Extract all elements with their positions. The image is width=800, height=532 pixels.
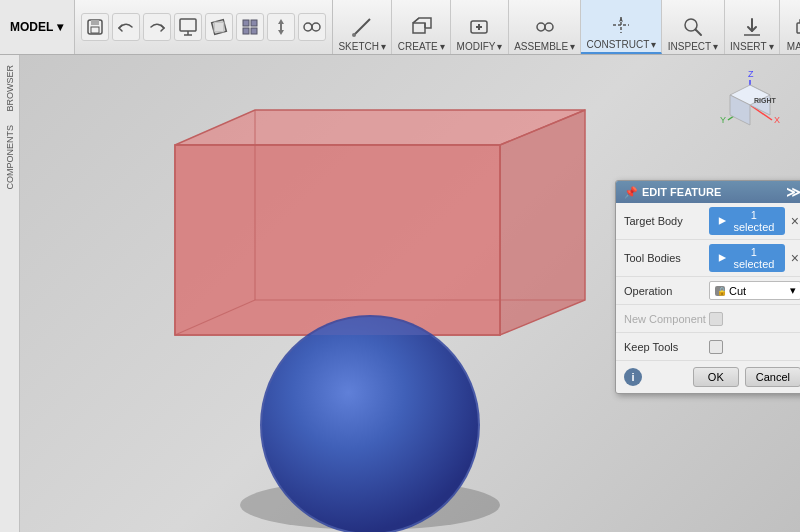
- display-icon[interactable]: [174, 13, 202, 41]
- edit-feature-header: 📌 EDIT FEATURE ≫: [616, 181, 800, 203]
- construct-label: CONSTRUCT: [586, 39, 649, 50]
- svg-rect-2: [91, 27, 99, 33]
- ok-button[interactable]: OK: [693, 367, 739, 387]
- target-body-value: 1 selected: [731, 209, 777, 233]
- svg-rect-11: [251, 28, 257, 34]
- svg-rect-3: [180, 19, 196, 31]
- assemble-menu[interactable]: ASSEMBLE ▾: [509, 0, 581, 54]
- svg-text:Z: Z: [748, 69, 754, 79]
- browser-panel-btn[interactable]: BROWSER: [2, 60, 18, 117]
- svg-marker-52: [719, 254, 726, 261]
- svg-point-24: [537, 23, 545, 31]
- svg-line-30: [695, 30, 701, 36]
- undo-icon[interactable]: [112, 13, 140, 41]
- navcube[interactable]: Z X Y RIGHT: [710, 65, 790, 145]
- sketch-arrow: ▾: [381, 41, 386, 52]
- target-body-clear-btn[interactable]: ×: [789, 214, 800, 228]
- box-right-face: [500, 110, 585, 335]
- target-body-row: Target Body 1 selected ×: [616, 203, 800, 240]
- svg-text:X: X: [774, 115, 780, 125]
- edit-feature-panel: 📌 EDIT FEATURE ≫ Target Body 1 selected …: [615, 180, 800, 394]
- edit-feature-footer: i OK Cancel: [616, 361, 800, 393]
- edit-feature-pin-icon: 📌: [624, 186, 638, 199]
- toolbar-groups: SKETCH ▾ CREATE ▾ MODIFY ▾: [333, 0, 800, 54]
- svg-rect-9: [251, 20, 257, 26]
- svg-rect-10: [243, 28, 249, 34]
- make-label: MAKE: [787, 41, 800, 52]
- operation-row: Operation 🔒 Cut ▾: [616, 277, 800, 305]
- new-component-checkbox[interactable]: [709, 312, 723, 326]
- svg-rect-1: [91, 20, 99, 25]
- svg-point-25: [545, 23, 553, 31]
- svg-line-16: [354, 19, 370, 35]
- create-menu[interactable]: CREATE ▾: [392, 0, 451, 54]
- assemble-label: ASSEMBLE: [514, 41, 568, 52]
- cancel-button[interactable]: Cancel: [745, 367, 800, 387]
- insert-menu[interactable]: INSERT ▾: [725, 0, 780, 54]
- model-arrow: ▾: [57, 20, 63, 34]
- modify-label: MODIFY: [457, 41, 496, 52]
- make-menu[interactable]: MAKE ▾: [780, 0, 800, 54]
- viewport: Z X Y RIGHT 📌 EDIT FEATURE ≫: [20, 55, 800, 532]
- edit-feature-title: EDIT FEATURE: [642, 186, 721, 198]
- svg-rect-18: [413, 23, 425, 33]
- tool-bodies-value: 1 selected: [731, 246, 777, 270]
- create-arrow: ▾: [440, 41, 445, 52]
- inspect-menu[interactable]: INSPECT ▾: [662, 0, 724, 54]
- sketch-menu[interactable]: SKETCH ▾: [333, 0, 392, 54]
- svg-marker-51: [719, 217, 726, 224]
- target-body-label: Target Body: [624, 215, 709, 227]
- new-component-row: New Component: [616, 305, 800, 333]
- insert-arrow: ▾: [769, 41, 774, 52]
- keep-tools-checkbox[interactable]: [709, 340, 723, 354]
- box-front-face: [175, 145, 500, 335]
- operation-dropdown-arrow: ▾: [790, 284, 796, 297]
- tool-bodies-row: Tool Bodies 1 selected ×: [616, 240, 800, 277]
- grid-icon[interactable]: [236, 13, 264, 41]
- svg-point-13: [304, 23, 312, 31]
- inspect-label: INSPECT: [668, 41, 711, 52]
- model-label: MODEL: [10, 20, 53, 34]
- edit-feature-info-btn[interactable]: i: [624, 368, 642, 386]
- svg-marker-12: [278, 19, 284, 35]
- svg-text:🔒: 🔒: [717, 286, 726, 296]
- svg-rect-7: [214, 22, 224, 32]
- tool-bodies-select-btn[interactable]: 1 selected: [709, 244, 785, 272]
- create-label: CREATE: [398, 41, 438, 52]
- target-body-select-btn[interactable]: 1 selected: [709, 207, 785, 235]
- navcube-face-label: RIGHT: [754, 97, 777, 104]
- operation-label: Operation: [624, 285, 709, 297]
- construct-arrow: ▾: [651, 39, 656, 50]
- operation-dropdown[interactable]: 🔒 Cut ▾: [709, 281, 800, 300]
- modify-arrow: ▾: [497, 41, 502, 52]
- svg-rect-8: [243, 20, 249, 26]
- joint-icon[interactable]: [298, 13, 326, 41]
- construct-menu[interactable]: CONSTRUCT ▾: [581, 0, 662, 54]
- inspect-arrow: ▾: [713, 41, 718, 52]
- tool-bodies-label: Tool Bodies: [624, 252, 709, 264]
- edit-feature-close-btn[interactable]: ≫: [786, 185, 800, 199]
- sketch-label: SKETCH: [338, 41, 379, 52]
- model-button[interactable]: MODEL ▾: [0, 0, 75, 54]
- insert-label: INSERT: [730, 41, 767, 52]
- toolbar: MODEL ▾: [0, 0, 800, 55]
- assemble-arrow: ▾: [570, 41, 575, 52]
- redo-icon[interactable]: [143, 13, 171, 41]
- components-panel-btn[interactable]: COMPONENTS: [2, 120, 18, 195]
- view3d-icon[interactable]: [205, 13, 233, 41]
- svg-marker-28: [619, 17, 623, 22]
- keep-tools-row: Keep Tools: [616, 333, 800, 361]
- keep-tools-label: Keep Tools: [624, 341, 709, 353]
- operation-value: Cut: [729, 285, 746, 297]
- svg-text:Y: Y: [720, 115, 726, 125]
- save-icon[interactable]: [81, 13, 109, 41]
- left-panel: BROWSER COMPONENTS: [0, 55, 20, 532]
- svg-point-14: [312, 23, 320, 31]
- sphere-body: [262, 317, 478, 532]
- modify-menu[interactable]: MODIFY ▾: [451, 0, 509, 54]
- move-icon[interactable]: [267, 13, 295, 41]
- tool-bodies-clear-btn[interactable]: ×: [789, 251, 800, 265]
- svg-point-17: [352, 33, 356, 37]
- new-component-label: New Component: [624, 313, 709, 325]
